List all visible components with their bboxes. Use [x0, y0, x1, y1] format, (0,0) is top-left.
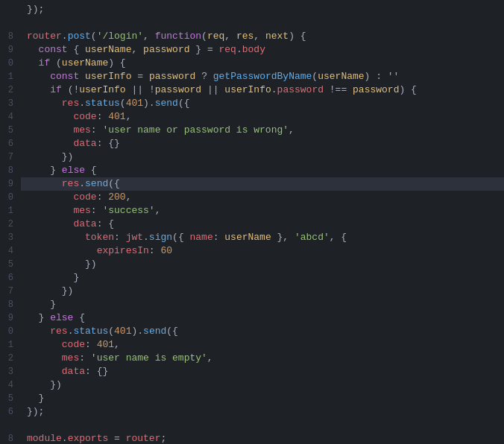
line-content: code: 401, — [21, 338, 504, 352]
line-content: module.exports = router; — [21, 432, 504, 444]
line-content: data: {} — [21, 137, 504, 150]
line-number: 5 — [0, 258, 21, 271]
line-number: 6 — [0, 271, 21, 285]
code-line: 2 data: { — [0, 218, 504, 231]
line-number: 6 — [0, 405, 21, 419]
line-content: } else { — [21, 164, 504, 177]
line-content: code: 401, — [21, 110, 504, 124]
line-number: 8 — [0, 30, 21, 43]
line-content: data: { — [21, 218, 504, 231]
code-line: 4 }) — [0, 378, 504, 392]
line-content: }) — [21, 258, 504, 271]
line-content: res.status(401).send({ — [21, 97, 504, 110]
code-line: 6 data: {} — [0, 137, 504, 150]
code-line: 3 data: {} — [0, 365, 504, 378]
line-content: const { userName, password } = req.body — [21, 43, 504, 57]
code-line: 6 } — [0, 271, 504, 285]
line-content: expiresIn: 60 — [21, 244, 504, 258]
code-line: 9 const { userName, password } = req.bod… — [0, 43, 504, 57]
code-line: 7 }) — [0, 150, 504, 164]
line-content — [21, 419, 504, 432]
line-number: 0 — [0, 325, 21, 338]
line-content: code: 200, — [21, 191, 504, 204]
line-content — [21, 16, 504, 30]
line-content: const userInfo = password ? getPasswordB… — [21, 70, 504, 83]
line-number: 8 — [0, 432, 21, 444]
line-content: } — [21, 298, 504, 311]
code-line: 0 code: 200, — [0, 191, 504, 204]
line-content: mes: 'user name is empty', — [21, 352, 504, 365]
line-number: 0 — [0, 191, 21, 204]
line-number: 4 — [0, 378, 21, 392]
line-number: 4 — [0, 110, 21, 124]
code-line — [0, 16, 504, 30]
line-content: data: {} — [21, 365, 504, 378]
code-line: 2 mes: 'user name is empty', — [0, 352, 504, 365]
line-content: } else { — [21, 311, 504, 325]
line-content: if (!userInfo || !password || userInfo.p… — [21, 83, 504, 97]
code-line: 9 } else { — [0, 311, 504, 325]
line-number: 9 — [0, 43, 21, 57]
line-content: }) — [21, 378, 504, 392]
code-line: 7 }) — [0, 285, 504, 298]
line-number: 5 — [0, 124, 21, 137]
line-number: 1 — [0, 70, 21, 83]
line-content: if (userName) { — [21, 57, 504, 70]
line-number: 1 — [0, 204, 21, 218]
code-line: 4 code: 401, — [0, 110, 504, 124]
code-line: 8 } — [0, 298, 504, 311]
line-content: token: jwt.sign({ name: userName }, 'abc… — [21, 231, 504, 244]
code-line: 0 if (userName) { — [0, 57, 504, 70]
line-content: res.status(401).send({ — [21, 325, 504, 338]
line-number: 3 — [0, 365, 21, 378]
code-line: 0 res.status(401).send({ — [0, 325, 504, 338]
line-number: 4 — [0, 244, 21, 258]
code-line: 8 } else { — [0, 164, 504, 177]
line-number: 2 — [0, 218, 21, 231]
line-content: }); — [21, 405, 504, 419]
line-number: 7 — [0, 150, 21, 164]
code-line: }); — [0, 3, 504, 16]
line-number: 9 — [0, 177, 21, 191]
line-content: }) — [21, 285, 504, 298]
line-content: }); — [21, 3, 504, 16]
code-line: 6 }); — [0, 405, 504, 419]
line-number: 3 — [0, 97, 21, 110]
code-line: 1 mes: 'success', — [0, 204, 504, 218]
code-line: 8 router.post('/login', function(req, re… — [0, 30, 504, 43]
code-line: 4 expiresIn: 60 — [0, 244, 504, 258]
line-number: 0 — [0, 57, 21, 70]
line-content: }) — [21, 150, 504, 164]
line-number: 3 — [0, 231, 21, 244]
line-content: res.send({ — [21, 177, 504, 191]
line-number: 7 — [0, 285, 21, 298]
line-number: 2 — [0, 83, 21, 97]
code-line: 9 res.send({ — [0, 177, 504, 191]
code-line: 1 code: 401, — [0, 338, 504, 352]
code-line: 8 module.exports = router; — [0, 432, 504, 444]
line-content: router.post('/login', function(req, res,… — [21, 30, 504, 43]
line-number: 8 — [0, 164, 21, 177]
line-number: 6 — [0, 137, 21, 150]
line-number: 8 — [0, 298, 21, 311]
line-number: 2 — [0, 352, 21, 365]
code-line — [0, 419, 504, 432]
code-line: 2 if (!userInfo || !password || userInfo… — [0, 83, 504, 97]
code-line: 3 res.status(401).send({ — [0, 97, 504, 110]
code-line: 1 const userInfo = password ? getPasswor… — [0, 70, 504, 83]
code-line: 5 }) — [0, 258, 504, 271]
code-line: 3 token: jwt.sign({ name: userName }, 'a… — [0, 231, 504, 244]
line-number: 9 — [0, 311, 21, 325]
line-content: mes: 'success', — [21, 204, 504, 218]
line-content: } — [21, 271, 504, 285]
line-number: 5 — [0, 392, 21, 405]
code-editor: }); 8 router.post('/login', function(req… — [0, 0, 504, 444]
code-line: 5 mes: 'user name or password is wrong', — [0, 124, 504, 137]
line-number: 1 — [0, 338, 21, 352]
line-content: mes: 'user name or password is wrong', — [21, 124, 504, 137]
line-content: } — [21, 392, 504, 405]
code-line: 5 } — [0, 392, 504, 405]
